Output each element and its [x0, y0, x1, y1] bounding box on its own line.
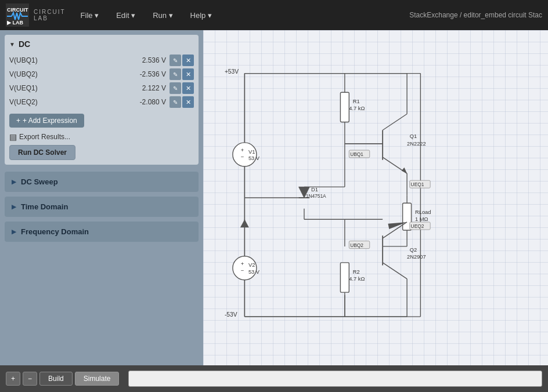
topbar: CIRCUIT ▶ LAB CIRCUIT LAB File ▾ Edit ▾ …	[0, 0, 548, 30]
dc-header: ▼ DC	[9, 39, 194, 49]
logo-area: CIRCUIT ▶ LAB CIRCUIT LAB	[6, 3, 66, 27]
freq-domain-arrow: ▶	[12, 228, 16, 235]
svg-text:+: +	[241, 147, 244, 153]
dc-edit-ubq2[interactable]: ✎	[170, 68, 181, 80]
dc-section: ▼ DC V(UBQ1) 2.536 V ✎ ✕ V(UBQ2) -2.536 …	[5, 35, 199, 165]
export-results-link[interactable]: ▤ Export Results...	[9, 132, 194, 141]
simulate-label: Simulate	[84, 375, 111, 383]
time-domain-arrow: ▶	[12, 204, 16, 210]
plus-icon: +	[16, 117, 20, 125]
svg-text:−: −	[241, 154, 244, 160]
svg-text:+53V: +53V	[225, 68, 239, 75]
simulate-button[interactable]: Simulate	[75, 372, 120, 386]
dc-sweep-arrow: ▶	[12, 179, 16, 185]
dc-value-ubq2: -2.536 V	[56, 70, 170, 78]
svg-rect-66	[340, 263, 349, 292]
breadcrumb: StackExchange / editor_embed circuit Sta…	[409, 11, 542, 19]
svg-text:1N4751A: 1N4751A	[306, 193, 326, 199]
search-input[interactable]	[128, 371, 542, 387]
zoom-in-button[interactable]: +	[6, 372, 20, 386]
logo-line2: LAB	[34, 15, 66, 21]
dc-label-ueq2: V(UEQ2)	[9, 98, 56, 106]
dc-row-ueq1: V(UEQ1) 2.122 V ✎ ✕	[9, 81, 194, 95]
zoom-out-button[interactable]: −	[23, 372, 37, 386]
svg-text:4.7 kΩ: 4.7 kΩ	[349, 106, 365, 111]
build-button[interactable]: Build	[39, 372, 73, 386]
dc-row-ubq1: V(UBQ1) 2.536 V ✎ ✕	[9, 53, 194, 67]
svg-text:V2: V2	[248, 262, 255, 268]
dc-value-ubq1: 2.536 V	[56, 56, 170, 64]
svg-text:Q2: Q2	[410, 247, 417, 253]
dc-sweep-section[interactable]: ▶ DC Sweep	[5, 172, 199, 192]
time-domain-section[interactable]: ▶ Time Domain	[5, 197, 199, 217]
dc-title: DC	[19, 39, 30, 49]
dc-edit-ueq1[interactable]: ✎	[170, 82, 181, 94]
svg-text:+: +	[241, 261, 244, 267]
svg-text:R2: R2	[353, 269, 360, 275]
menu-file[interactable]: File ▾	[77, 9, 103, 22]
svg-text:D1: D1	[311, 187, 318, 193]
svg-text:53 V: 53 V	[248, 269, 260, 275]
svg-text:R1: R1	[353, 99, 360, 104]
svg-text:CIRCUIT: CIRCUIT	[7, 7, 28, 13]
frequency-domain-section[interactable]: ▶ Frequency Domain	[5, 222, 199, 242]
dc-row-ueq2: V(UEQ2) -2.080 V ✎ ✕	[9, 95, 194, 109]
menu-help[interactable]: Help ▾	[187, 9, 215, 22]
dc-edit-ubq1[interactable]: ✎	[170, 55, 181, 66]
dc-sweep-label: DC Sweep	[21, 177, 58, 186]
svg-text:2N2907: 2N2907	[407, 254, 426, 260]
add-expression-label: + Add Expression	[23, 117, 77, 125]
svg-text:V1: V1	[248, 149, 255, 155]
dc-row-ubq2: V(UBQ2) -2.536 V ✎ ✕	[9, 67, 194, 81]
export-label: Export Results...	[19, 133, 70, 141]
svg-text:Q1: Q1	[410, 133, 417, 139]
menu-run[interactable]: Run ▾	[149, 9, 176, 22]
dc-del-ubq2[interactable]: ✕	[182, 68, 194, 80]
main: ▼ DC V(UBQ1) 2.536 V ✎ ✕ V(UBQ2) -2.536 …	[0, 30, 548, 365]
svg-text:1 MΩ: 1 MΩ	[415, 216, 428, 222]
dc-del-ueq1[interactable]: ✕	[182, 82, 194, 94]
dc-label-ueq1: V(UEQ1)	[9, 84, 56, 92]
run-dc-solver-button[interactable]: Run DC Solver	[9, 145, 75, 160]
svg-text:4.7 kΩ: 4.7 kΩ	[349, 276, 365, 282]
bottombar: + − Build Simulate	[0, 365, 548, 392]
svg-text:▶ LAB: ▶ LAB	[7, 20, 23, 26]
svg-marker-39	[402, 168, 407, 173]
freq-domain-label: Frequency Domain	[21, 227, 89, 236]
dc-del-ubq1[interactable]: ✕	[182, 55, 194, 66]
dc-del-ueq2[interactable]: ✕	[182, 96, 194, 108]
svg-text:UBQ2: UBQ2	[350, 242, 363, 248]
svg-line-35	[383, 114, 407, 130]
logo-line1: CIRCUIT	[34, 9, 66, 15]
svg-text:UEQ2: UEQ2	[411, 223, 424, 229]
logo-text: CIRCUIT LAB	[34, 9, 66, 21]
build-label: Build	[48, 375, 64, 383]
svg-text:−: −	[241, 268, 244, 274]
svg-text:-53V: -53V	[225, 311, 237, 318]
dc-value-ueq1: 2.122 V	[56, 84, 170, 92]
left-panel: ▼ DC V(UBQ1) 2.536 V ✎ ✕ V(UBQ2) -2.536 …	[0, 30, 203, 365]
time-domain-label: Time Domain	[21, 202, 68, 211]
dc-value-ueq2: -2.080 V	[56, 98, 170, 106]
circuit-canvas[interactable]: +53V -53V + − V1 53 V + − V2 53 V	[203, 30, 548, 365]
dc-label-ubq2: V(UBQ2)	[9, 70, 56, 78]
export-icon: ▤	[9, 132, 17, 141]
dc-label-ubq1: V(UBQ1)	[9, 56, 56, 64]
svg-rect-28	[340, 92, 349, 122]
svg-text:UBQ1: UBQ1	[350, 151, 363, 157]
add-expression-button[interactable]: + + Add Expression	[9, 114, 84, 128]
circuit-svg: +53V -53V + − V1 53 V + − V2 53 V	[203, 30, 548, 365]
dc-edit-ueq2[interactable]: ✎	[170, 96, 181, 108]
dc-results: V(UBQ1) 2.536 V ✎ ✕ V(UBQ2) -2.536 V ✎ ✕…	[9, 53, 194, 109]
svg-text:53 V: 53 V	[248, 155, 260, 161]
dc-toggle[interactable]: ▼	[9, 41, 15, 48]
run-dc-label: Run DC Solver	[18, 148, 67, 157]
menu-edit[interactable]: Edit ▾	[113, 9, 139, 22]
svg-text:UEQ1: UEQ1	[411, 182, 424, 187]
logo-icon: CIRCUIT ▶ LAB	[6, 3, 29, 27]
svg-line-58	[383, 263, 407, 279]
svg-text:2N2222: 2N2222	[407, 141, 426, 147]
svg-text:RLoad: RLoad	[415, 209, 431, 215]
